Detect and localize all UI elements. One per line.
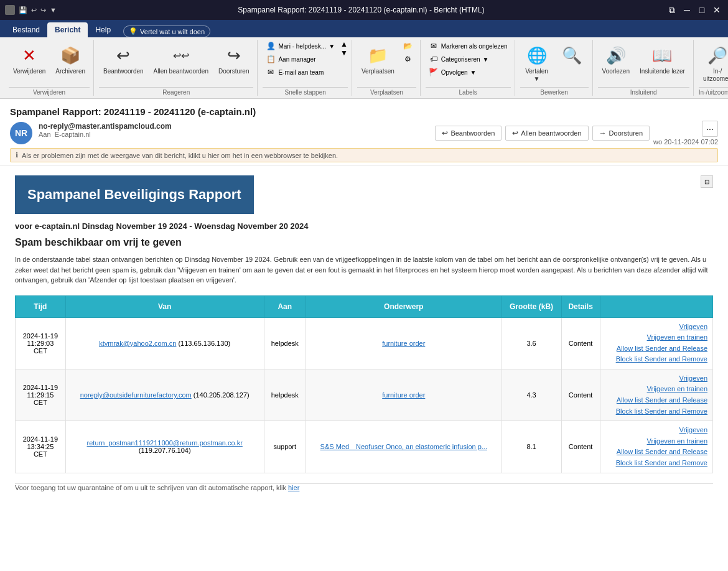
vrijgeven-link-2[interactable]: Vrijgeven (605, 373, 707, 384)
restore-btn[interactable]: ⧉ (666, 4, 678, 16)
doorsturen-label: Doorsturen (218, 68, 249, 75)
title-bar-left: 💾 ↩ ↪ ▼ (5, 5, 57, 15)
cell-onderwerp-3: S&S Med Neofuser Onco, an elastomeric in… (306, 421, 502, 473)
insluitende-lezer-label: Insluitende lezer (640, 68, 685, 75)
footer-link[interactable]: hier (288, 484, 299, 491)
categoriseren-btn[interactable]: 🏷 Categoriseren ▼ (426, 53, 511, 65)
snelle-stap-mari[interactable]: 👤 Mari - helpdesk... ▼ (263, 40, 338, 52)
tell-me-area[interactable]: 💡 Vertel wat u wilt doen (123, 26, 210, 37)
tab-bestand[interactable]: Bestand (5, 22, 47, 37)
snelle-stap-manager[interactable]: 📋 Aan manager (263, 53, 338, 65)
vrijgeven-trainen-link-2[interactable]: Vrijgeven en trainen (605, 384, 707, 395)
more-actions-btn[interactable]: ··· (702, 121, 718, 137)
arrow-icon2: ▼ (340, 49, 348, 57)
col-actions (600, 295, 712, 317)
tab-help[interactable]: Help (88, 22, 118, 37)
zoom-label: In-/uitzoomen (703, 68, 728, 83)
onderwerp-link-3[interactable]: S&S Med Neofuser Onco, an elastomeric in… (320, 443, 487, 450)
markeer-label: Markeren als ongelezen (441, 43, 508, 50)
snelle-stap-team[interactable]: ✉ E-mail aan team (263, 66, 338, 78)
cell-van-1: ktymrak@yahoo2.com.cn (113.65.136.130) (65, 317, 264, 369)
followup-icon: 🚩 (429, 67, 439, 77)
snelle-stappen-buttons: 👤 Mari - helpdesk... ▼ 📋 Aan manager ✉ E… (263, 40, 348, 86)
block-list-link-2[interactable]: Block list Sender and Remove (605, 406, 707, 417)
allow-list-link-2[interactable]: Allow list Sender and Release (605, 395, 707, 406)
archive-icon: 📦 (58, 43, 83, 68)
block-list-link-1[interactable]: Block list Sender and Remove (605, 354, 707, 365)
verwijderen-buttons: ✕ Verwijderen 📦 Archiveren (9, 40, 90, 86)
van-link-3[interactable]: return_postman1119211000@return.postman.… (87, 439, 243, 447)
close-btn[interactable]: ✕ (711, 4, 723, 16)
expand-button[interactable]: ⊡ (701, 175, 713, 188)
verplaatsen-col: 📂 ⚙ (400, 40, 416, 65)
reply-button[interactable]: ↩ Beantwoorden (435, 126, 502, 141)
doorsturen-button[interactable]: ↪ Doorsturen (214, 40, 253, 78)
archiveren-button[interactable]: 📦 Archiveren (51, 40, 90, 78)
col-onderwerp: Onderwerp (306, 295, 502, 317)
reageren-group-label: Reageren (99, 87, 253, 96)
verwijderen-button[interactable]: ✕ Verwijderen (9, 40, 50, 78)
info-icon: ℹ (16, 151, 18, 159)
markeer-ongelezen-btn[interactable]: ✉ Markeren als ongelezen (426, 40, 511, 52)
verplaatsen-button[interactable]: 📁 Verplaatsen (357, 40, 399, 78)
email-header: Spampanel Rapport: 20241119 - 20241120 (… (0, 99, 728, 165)
vertalen-button[interactable]: 🌐 Vertalen▼ (520, 40, 554, 86)
table-row: 2024-11-19 13:34:25 CET return_postman11… (16, 421, 713, 473)
category-icon: 🏷 (429, 54, 439, 64)
tab-bericht[interactable]: Bericht (47, 22, 88, 37)
table-header-row: Tijd Van Aan Onderwerp Grootte (kB) Deta… (16, 295, 713, 317)
opvolgen-btn[interactable]: 🚩 Opvolgen ▼ (426, 66, 511, 78)
onderwerp-link-2[interactable]: furniture order (382, 391, 425, 399)
vrijgeven-trainen-link-1[interactable]: Vrijgeven en trainen (605, 332, 707, 343)
report-header-box: Spampanel Beveiligings Rapport (15, 175, 254, 214)
forward-icon: ↪ (222, 43, 246, 68)
onderwerp-link-1[interactable]: furniture order (382, 340, 425, 347)
verplaatsen-label: Verplaatsen (362, 68, 394, 75)
archiveren-label: Archiveren (55, 68, 85, 75)
spam-table: Tijd Van Aan Onderwerp Grootte (kB) Deta… (15, 295, 713, 473)
zoeken-button[interactable]: 🔍 (555, 40, 589, 71)
maximize-btn[interactable]: □ (696, 4, 708, 16)
warning-bar: ℹ Als er problemen zijn met de weergave … (10, 148, 718, 162)
window-controls: ⧉ ─ □ ✕ (666, 4, 723, 16)
cell-onderwerp-1: furniture order (306, 317, 502, 369)
snelle-stap-mari-label: Mari - helpdesk... (278, 43, 326, 50)
beantwoorden-button[interactable]: ↩ Beantwoorden (99, 40, 148, 78)
title-bar: 💾 ↩ ↪ ▼ Spampanel Rapport: 20241119 - 20… (0, 0, 728, 20)
sender-to: Aan E-captain.nl (39, 131, 172, 138)
email-meta: no-reply@master.antispamcloud.com Aan E-… (39, 122, 172, 138)
col-details: Details (561, 295, 600, 317)
van-link-2[interactable]: noreply@outsidefurniturefactory.com (80, 391, 192, 399)
unread-icon: ✉ (429, 41, 439, 51)
reply-all-icon-btn: ↩ (512, 129, 518, 137)
insluitende-lezer-button[interactable]: 📖 Insluitende lezer (635, 40, 689, 78)
allow-list-link-3[interactable]: Allow list Sender and Release (605, 447, 707, 458)
cell-aan-1: helpdesk (264, 317, 306, 369)
minimize-btn[interactable]: ─ (681, 4, 693, 16)
table-body: 2024-11-19 11:29:03 CET ktymrak@yahoo2.c… (16, 317, 713, 473)
reply-all-icon: ↩↩ (169, 43, 194, 68)
immersive-reader-icon: 📖 (650, 43, 674, 68)
ribbon-group-bewerken: 🌐 Vertalen▼ 🔍 Bewerken (516, 40, 593, 96)
report-period: voor e-captain.nl Dinsdag November 19 20… (15, 221, 713, 231)
allow-list-link-1[interactable]: Allow list Sender and Release (605, 343, 707, 355)
snelle-stappen-label: Snelle stappen (263, 87, 348, 96)
reply-all-button[interactable]: ↩ Allen beantwoorden (505, 126, 588, 141)
forward-button[interactable]: → Doorsturen (592, 126, 650, 141)
verplaatsen-item1[interactable]: 📂 (400, 40, 416, 52)
vrijgeven-link-3[interactable]: Vrijgeven (605, 425, 707, 436)
van-link-1[interactable]: ktymrak@yahoo2.com.cn (99, 340, 176, 347)
verplaatsen-item2[interactable]: ⚙ (400, 53, 416, 65)
van-ip-1: (113.65.136.130) (178, 340, 230, 347)
vrijgeven-trainen-link-3[interactable]: Vrijgeven en trainen (605, 436, 707, 447)
verplaatsen-group-label: Verplaatsen (357, 87, 416, 96)
vrijgeven-link-1[interactable]: Vrijgeven (605, 322, 707, 333)
voorlezen-button[interactable]: 🔊 Voorlezen (598, 40, 634, 78)
block-list-link-3[interactable]: Block list Sender and Remove (605, 458, 707, 469)
email-body: Spampanel Beveiligings Rapport ⊡ voor e-… (0, 165, 728, 571)
zoom-button[interactable]: 🔎 In-/uitzoomen (699, 40, 728, 86)
allen-beantwoorden-button[interactable]: ↩↩ Allen beantwoorden (149, 40, 213, 78)
cell-van-3: return_postman1119211000@return.postman.… (65, 421, 264, 473)
cell-aan-2: helpdesk (264, 369, 306, 420)
cat-dropdown: ▼ (483, 56, 489, 63)
